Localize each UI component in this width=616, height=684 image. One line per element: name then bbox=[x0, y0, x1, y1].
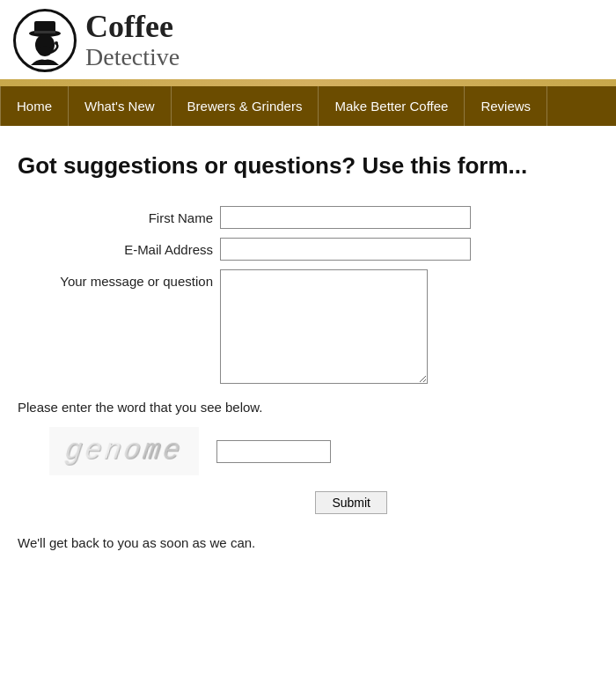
nav-reviews[interactable]: Reviews bbox=[465, 86, 547, 126]
main-content: Got suggestions or questions? Use this f… bbox=[0, 126, 616, 577]
svg-point-5 bbox=[55, 41, 58, 45]
captcha-image: genome bbox=[49, 427, 199, 475]
contact-form: First Name E-Mail Address Your message o… bbox=[18, 206, 598, 384]
logo-text: Coffee Detective bbox=[85, 10, 180, 71]
first-name-row: First Name bbox=[18, 206, 598, 229]
captcha-row: genome bbox=[49, 427, 598, 475]
captcha-instruction: Please enter the word that you see below… bbox=[18, 400, 598, 415]
captcha-word: genome bbox=[63, 435, 185, 467]
first-name-input[interactable] bbox=[220, 206, 471, 229]
logo: Coffee Detective bbox=[13, 9, 180, 72]
detective-silhouette-icon bbox=[18, 14, 71, 67]
message-textarea[interactable] bbox=[220, 269, 428, 384]
first-name-label: First Name bbox=[18, 206, 220, 225]
gold-divider bbox=[0, 79, 616, 86]
svg-point-4 bbox=[38, 46, 52, 56]
message-label: Your message or question bbox=[18, 269, 220, 289]
main-nav: Home What's New Brewers & Grinders Make … bbox=[0, 86, 616, 126]
email-input[interactable] bbox=[220, 238, 471, 261]
email-row: E-Mail Address bbox=[18, 238, 598, 261]
header: Coffee Detective bbox=[0, 0, 616, 79]
nav-home[interactable]: Home bbox=[0, 86, 69, 126]
captcha-section: Please enter the word that you see below… bbox=[18, 400, 598, 475]
logo-coffee: Coffee bbox=[85, 10, 180, 45]
message-row: Your message or question bbox=[18, 269, 598, 384]
page-title: Got suggestions or questions? Use this f… bbox=[18, 152, 598, 180]
submit-button[interactable]: Submit bbox=[315, 491, 387, 514]
logo-detective: Detective bbox=[85, 44, 180, 71]
captcha-input[interactable] bbox=[216, 440, 331, 463]
svg-rect-2 bbox=[34, 31, 55, 33]
submit-row: Submit bbox=[18, 491, 598, 514]
nav-make-better[interactable]: Make Better Coffee bbox=[319, 86, 465, 126]
followup-text: We'll get back to you as soon as we can. bbox=[18, 535, 598, 550]
logo-icon bbox=[13, 9, 77, 72]
nav-whats-new[interactable]: What's New bbox=[69, 86, 172, 126]
nav-brewers[interactable]: Brewers & Grinders bbox=[172, 86, 319, 126]
email-label: E-Mail Address bbox=[18, 238, 220, 257]
